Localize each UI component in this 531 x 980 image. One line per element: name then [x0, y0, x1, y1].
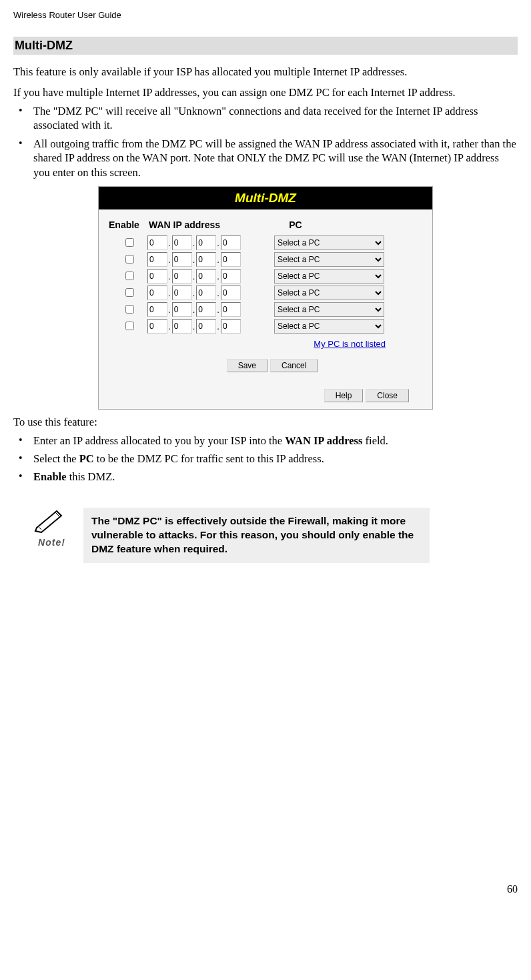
ip-dot: . — [193, 272, 195, 282]
intro-paragraph-2: If you have multiple Internet IP address… — [13, 85, 518, 99]
usage-bullet-2: Select the PC to be the DMZ PC for traff… — [13, 452, 518, 466]
ip-octet-input[interactable] — [221, 319, 241, 334]
ip-dot: . — [168, 305, 171, 315]
help-close-row: Help Close — [109, 389, 422, 402]
ip-dot: . — [217, 255, 219, 265]
ip-octet-input[interactable] — [172, 286, 192, 300]
enable-checkbox[interactable] — [125, 305, 134, 314]
ip-octet-input[interactable] — [221, 286, 241, 300]
ip-octet-input[interactable] — [196, 286, 216, 300]
ip-octet-input[interactable] — [147, 252, 167, 267]
ip-dot: . — [217, 288, 219, 298]
ip-octet-input[interactable] — [221, 252, 241, 267]
ip-group: ... — [147, 235, 274, 250]
ip-group: ... — [147, 319, 274, 334]
ip-octet-input[interactable] — [172, 269, 192, 284]
ip-group: ... — [147, 252, 274, 267]
dmz-row: ...Select a PC — [109, 235, 422, 250]
ip-octet-input[interactable] — [221, 235, 241, 250]
ip-octet-input[interactable] — [147, 235, 167, 250]
pc-select[interactable]: Select a PC — [274, 319, 384, 334]
ip-octet-input[interactable] — [172, 302, 192, 317]
usage-bullet-1: Enter an IP address allocated to you by … — [13, 434, 518, 448]
figure-container: Multi-DMZ Enable WAN IP address PC ...Se… — [13, 186, 518, 410]
enable-cell — [109, 286, 147, 300]
enable-checkbox[interactable] — [125, 238, 134, 247]
multi-dmz-figure: Multi-DMZ Enable WAN IP address PC ...Se… — [98, 186, 433, 410]
ip-octet-input[interactable] — [196, 235, 216, 250]
note-icon-block: Note! — [33, 508, 70, 548]
intro-paragraph-1: This feature is only available if your I… — [13, 65, 518, 79]
pc-select[interactable]: Select a PC — [274, 269, 384, 284]
ip-group: ... — [147, 286, 274, 300]
figure-body: Enable WAN IP address PC ...Select a PC.… — [99, 209, 432, 409]
ip-dot: . — [193, 288, 195, 298]
ip-dot: . — [193, 305, 195, 315]
ip-octet-input[interactable] — [196, 302, 216, 317]
ip-octet-input[interactable] — [172, 319, 192, 334]
col-enable: Enable — [109, 219, 149, 230]
pc-select[interactable]: Select a PC — [274, 235, 384, 250]
section-heading: Multi-DMZ — [13, 37, 518, 55]
enable-checkbox[interactable] — [125, 288, 134, 297]
pc-select-cell: Select a PC — [274, 252, 388, 267]
ip-octet-input[interactable] — [147, 319, 167, 334]
ip-octet-input[interactable] — [147, 302, 167, 317]
ip-octet-input[interactable] — [221, 269, 241, 284]
enable-cell — [109, 253, 147, 266]
pc-select-cell: Select a PC — [274, 319, 388, 334]
ip-dot: . — [217, 238, 219, 248]
ip-dot: . — [193, 238, 195, 248]
pc-select-cell: Select a PC — [274, 286, 388, 300]
enable-cell — [109, 320, 147, 333]
bullet-1: The "DMZ PC" will receive all "Unknown" … — [13, 104, 518, 133]
ip-octet-input[interactable] — [147, 286, 167, 300]
usage-intro: To use this feature: — [13, 415, 518, 429]
usage-bullets: Enter an IP address allocated to you by … — [13, 434, 518, 484]
ip-octet-input[interactable] — [221, 302, 241, 317]
ip-octet-input[interactable] — [196, 319, 216, 334]
enable-checkbox[interactable] — [125, 255, 134, 264]
ip-octet-input[interactable] — [172, 252, 192, 267]
ip-dot: . — [168, 322, 171, 332]
help-button[interactable]: Help — [324, 389, 364, 402]
feature-bullets: The "DMZ PC" will receive all "Unknown" … — [13, 104, 518, 179]
ip-dot: . — [168, 238, 171, 248]
note-row: Note! The "DMZ PC" is effectively outsid… — [13, 508, 518, 563]
col-pc: PC — [235, 219, 356, 230]
dmz-row: ...Select a PC — [109, 302, 422, 317]
enable-checkbox[interactable] — [125, 322, 134, 330]
page-number: 60 — [13, 883, 518, 895]
pc-select[interactable]: Select a PC — [274, 286, 384, 300]
pc-select-cell: Select a PC — [274, 302, 388, 317]
enable-cell — [109, 236, 147, 250]
ip-group: ... — [147, 269, 274, 284]
enable-checkbox[interactable] — [125, 272, 134, 280]
pc-select-cell: Select a PC — [274, 269, 388, 284]
ip-dot: . — [217, 322, 219, 332]
ip-octet-input[interactable] — [172, 235, 192, 250]
save-button[interactable]: Save — [227, 359, 268, 372]
ip-dot: . — [217, 305, 219, 315]
ip-group: ... — [147, 302, 274, 317]
pc-select[interactable]: Select a PC — [274, 302, 384, 317]
usage-bullet-3: Enable this DMZ. — [13, 470, 518, 484]
my-pc-not-listed-link[interactable]: My PC is not listed — [314, 339, 386, 349]
close-button[interactable]: Close — [366, 389, 409, 402]
pc-select[interactable]: Select a PC — [274, 252, 384, 267]
page-header: Wireless Router User Guide — [13, 10, 518, 20]
cancel-button[interactable]: Cancel — [270, 359, 318, 372]
ip-dot: . — [168, 272, 171, 282]
bullet-2: All outgoing traffic from the DMZ PC wil… — [13, 137, 518, 179]
enable-cell — [109, 303, 147, 316]
ip-octet-input[interactable] — [196, 269, 216, 284]
ip-dot: . — [217, 272, 219, 282]
dmz-row: ...Select a PC — [109, 269, 422, 284]
dmz-row: ...Select a PC — [109, 252, 422, 267]
pc-select-cell: Select a PC — [274, 235, 388, 250]
ip-octet-input[interactable] — [196, 252, 216, 267]
ip-dot: . — [168, 288, 171, 298]
table-header-row: Enable WAN IP address PC — [109, 219, 422, 230]
col-wan: WAN IP address — [149, 219, 235, 230]
ip-octet-input[interactable] — [147, 269, 167, 284]
